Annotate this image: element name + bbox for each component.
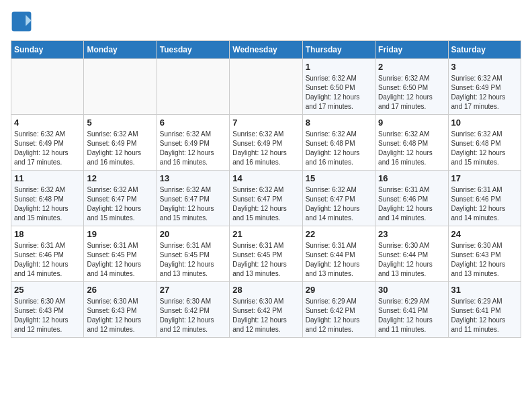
logo (11, 11, 35, 32)
day-number: 25 (14, 285, 81, 295)
day-info: Sunrise: 6:32 AMSunset: 6:47 PMDaylight:… (160, 185, 226, 223)
day-number: 26 (87, 285, 153, 295)
calendar-cell: 12Sunrise: 6:32 AMSunset: 6:47 PMDayligh… (84, 171, 157, 226)
calendar-cell: 20Sunrise: 6:31 AMSunset: 6:45 PMDayligh… (157, 226, 229, 282)
calendar-cell: 29Sunrise: 6:29 AMSunset: 6:42 PMDayligh… (302, 282, 375, 338)
day-number: 21 (232, 229, 299, 239)
calendar-cell: 13Sunrise: 6:32 AMSunset: 6:47 PMDayligh… (157, 171, 229, 226)
day-info: Sunrise: 6:31 AMSunset: 6:45 PMDaylight:… (160, 241, 226, 279)
day-info: Sunrise: 6:32 AMSunset: 6:49 PMDaylight:… (14, 130, 81, 167)
calendar-cell: 22Sunrise: 6:31 AMSunset: 6:44 PMDayligh… (302, 226, 375, 282)
calendar-cell: 2Sunrise: 6:32 AMSunset: 6:50 PMDaylight… (375, 59, 448, 115)
day-number: 16 (378, 173, 445, 183)
calendar-cell: 19Sunrise: 6:31 AMSunset: 6:45 PMDayligh… (84, 226, 157, 282)
day-info: Sunrise: 6:32 AMSunset: 6:48 PMDaylight:… (378, 130, 445, 167)
day-info: Sunrise: 6:32 AMSunset: 6:47 PMDaylight:… (87, 185, 153, 223)
day-info: Sunrise: 6:32 AMSunset: 6:49 PMDaylight:… (451, 74, 518, 111)
calendar-cell: 10Sunrise: 6:32 AMSunset: 6:48 PMDayligh… (448, 115, 521, 171)
day-number: 31 (451, 285, 518, 295)
day-number: 11 (14, 173, 81, 183)
day-info: Sunrise: 6:32 AMSunset: 6:50 PMDaylight:… (306, 74, 372, 111)
weekday-header-row: SundayMondayTuesdayWednesdayThursdayFrid… (11, 41, 521, 59)
day-info: Sunrise: 6:30 AMSunset: 6:43 PMDaylight:… (87, 297, 153, 334)
calendar-cell: 5Sunrise: 6:32 AMSunset: 6:49 PMDaylight… (84, 115, 157, 171)
day-info: Sunrise: 6:32 AMSunset: 6:48 PMDaylight:… (451, 130, 518, 167)
calendar-cell (230, 59, 302, 115)
calendar-cell: 11Sunrise: 6:32 AMSunset: 6:48 PMDayligh… (11, 171, 84, 226)
calendar-table: SundayMondayTuesdayWednesdayThursdayFrid… (11, 40, 521, 338)
calendar-cell: 7Sunrise: 6:32 AMSunset: 6:49 PMDaylight… (230, 115, 302, 171)
day-info: Sunrise: 6:32 AMSunset: 6:49 PMDaylight:… (87, 130, 153, 167)
day-number: 9 (378, 118, 445, 128)
day-number: 18 (14, 229, 81, 239)
calendar-week-row: 1Sunrise: 6:32 AMSunset: 6:50 PMDaylight… (11, 59, 521, 115)
calendar-cell: 1Sunrise: 6:32 AMSunset: 6:50 PMDaylight… (302, 59, 375, 115)
day-number: 23 (378, 229, 445, 239)
weekday-header-cell: Saturday (448, 41, 521, 59)
calendar-cell (84, 59, 157, 115)
day-number: 15 (306, 173, 372, 183)
calendar-cell: 4Sunrise: 6:32 AMSunset: 6:49 PMDaylight… (11, 115, 84, 171)
calendar-cell: 28Sunrise: 6:30 AMSunset: 6:42 PMDayligh… (230, 282, 302, 338)
day-info: Sunrise: 6:32 AMSunset: 6:49 PMDaylight:… (160, 130, 226, 167)
weekday-header-cell: Friday (375, 41, 448, 59)
calendar-cell: 6Sunrise: 6:32 AMSunset: 6:49 PMDaylight… (157, 115, 229, 171)
day-number: 28 (232, 285, 299, 295)
day-number: 10 (451, 118, 518, 128)
calendar-cell: 23Sunrise: 6:30 AMSunset: 6:44 PMDayligh… (375, 226, 448, 282)
weekday-header-cell: Wednesday (230, 41, 302, 59)
calendar-week-row: 4Sunrise: 6:32 AMSunset: 6:49 PMDaylight… (11, 115, 521, 171)
calendar-cell: 17Sunrise: 6:31 AMSunset: 6:46 PMDayligh… (448, 171, 521, 226)
calendar-body: 1Sunrise: 6:32 AMSunset: 6:50 PMDaylight… (11, 59, 521, 338)
page-header (11, 11, 521, 32)
day-info: Sunrise: 6:29 AMSunset: 6:41 PMDaylight:… (451, 297, 518, 334)
calendar-cell: 14Sunrise: 6:32 AMSunset: 6:47 PMDayligh… (230, 171, 302, 226)
calendar-cell (11, 59, 84, 115)
calendar-cell: 15Sunrise: 6:32 AMSunset: 6:47 PMDayligh… (302, 171, 375, 226)
day-number: 14 (232, 173, 299, 183)
day-info: Sunrise: 6:30 AMSunset: 6:43 PMDaylight:… (451, 241, 518, 279)
calendar-cell: 9Sunrise: 6:32 AMSunset: 6:48 PMDaylight… (375, 115, 448, 171)
day-info: Sunrise: 6:29 AMSunset: 6:41 PMDaylight:… (378, 297, 445, 334)
day-info: Sunrise: 6:31 AMSunset: 6:45 PMDaylight:… (232, 241, 299, 279)
day-info: Sunrise: 6:31 AMSunset: 6:45 PMDaylight:… (87, 241, 153, 279)
day-info: Sunrise: 6:32 AMSunset: 6:50 PMDaylight:… (378, 74, 445, 111)
day-info: Sunrise: 6:30 AMSunset: 6:43 PMDaylight:… (14, 297, 81, 334)
day-info: Sunrise: 6:31 AMSunset: 6:44 PMDaylight:… (306, 241, 372, 279)
calendar-cell: 27Sunrise: 6:30 AMSunset: 6:42 PMDayligh… (157, 282, 229, 338)
day-number: 17 (451, 173, 518, 183)
day-info: Sunrise: 6:30 AMSunset: 6:42 PMDaylight:… (232, 297, 299, 334)
day-info: Sunrise: 6:31 AMSunset: 6:46 PMDaylight:… (451, 185, 518, 223)
day-number: 7 (232, 118, 299, 128)
day-info: Sunrise: 6:32 AMSunset: 6:48 PMDaylight:… (306, 130, 372, 167)
day-number: 29 (306, 285, 372, 295)
day-info: Sunrise: 6:32 AMSunset: 6:47 PMDaylight:… (232, 185, 299, 223)
day-info: Sunrise: 6:32 AMSunset: 6:48 PMDaylight:… (14, 185, 81, 223)
day-number: 8 (306, 118, 372, 128)
day-number: 30 (378, 285, 445, 295)
day-number: 19 (87, 229, 153, 239)
day-info: Sunrise: 6:29 AMSunset: 6:42 PMDaylight:… (306, 297, 372, 334)
day-number: 3 (451, 62, 518, 72)
calendar-cell: 8Sunrise: 6:32 AMSunset: 6:48 PMDaylight… (302, 115, 375, 171)
weekday-header-cell: Sunday (11, 41, 84, 59)
calendar-cell: 21Sunrise: 6:31 AMSunset: 6:45 PMDayligh… (230, 226, 302, 282)
calendar-cell: 18Sunrise: 6:31 AMSunset: 6:46 PMDayligh… (11, 226, 84, 282)
calendar-week-row: 25Sunrise: 6:30 AMSunset: 6:43 PMDayligh… (11, 282, 521, 338)
day-info: Sunrise: 6:31 AMSunset: 6:46 PMDaylight:… (14, 241, 81, 279)
day-number: 27 (160, 285, 226, 295)
calendar-cell: 16Sunrise: 6:31 AMSunset: 6:46 PMDayligh… (375, 171, 448, 226)
calendar-cell: 30Sunrise: 6:29 AMSunset: 6:41 PMDayligh… (375, 282, 448, 338)
calendar-cell: 25Sunrise: 6:30 AMSunset: 6:43 PMDayligh… (11, 282, 84, 338)
day-number: 12 (87, 173, 153, 183)
day-number: 20 (160, 229, 226, 239)
day-number: 6 (160, 118, 226, 128)
weekday-header-cell: Thursday (302, 41, 375, 59)
day-number: 1 (306, 62, 372, 72)
calendar-cell: 31Sunrise: 6:29 AMSunset: 6:41 PMDayligh… (448, 282, 521, 338)
day-info: Sunrise: 6:32 AMSunset: 6:49 PMDaylight:… (232, 130, 299, 167)
day-number: 24 (451, 229, 518, 239)
logo-icon (11, 11, 32, 32)
day-number: 22 (306, 229, 372, 239)
weekday-header-cell: Monday (84, 41, 157, 59)
